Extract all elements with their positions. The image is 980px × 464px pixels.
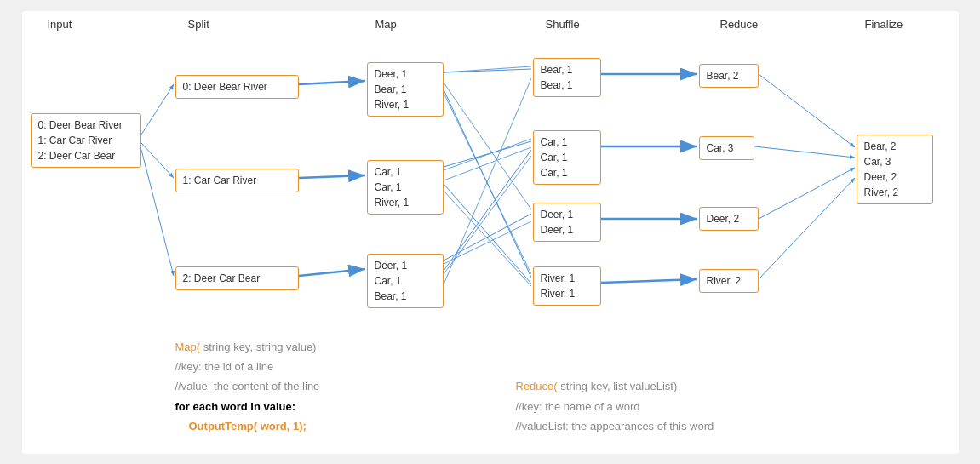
svg-line-15 <box>444 78 531 284</box>
svg-line-16 <box>444 139 531 170</box>
map-box-0: Deer, 1 Bear, 1 River, 1 <box>367 62 444 117</box>
map-box-2: Deer, 1 Car, 1 Bear, 1 <box>367 254 444 308</box>
split-box-2: 2: Deer Car Bear <box>175 266 299 290</box>
map-fn-params: string key, string value) <box>200 341 316 353</box>
map-fn-label: Map( <box>175 341 201 353</box>
svg-line-13 <box>444 150 531 271</box>
reduce-fn-line2: //valueList: the appearances of this wor… <box>516 416 714 436</box>
diagram-container: Input Split Map Shuffle Reduce Finalize … <box>22 11 959 454</box>
shuffle-box-0: Bear, 1 Bear, 1 <box>533 58 601 97</box>
map-fn-line3: for each word in value: <box>175 397 320 416</box>
svg-line-19 <box>444 83 531 209</box>
svg-line-29 <box>759 168 855 219</box>
svg-line-21 <box>444 93 531 274</box>
svg-line-18 <box>444 156 531 274</box>
reduce-fn-label: Reduce( <box>516 380 558 392</box>
arrows-svg <box>22 11 959 454</box>
svg-line-5 <box>299 81 365 84</box>
svg-line-17 <box>444 147 531 180</box>
label-split: Split <box>188 18 209 31</box>
svg-line-8 <box>444 69 531 72</box>
reduce-box-2: Deer, 2 <box>699 207 759 231</box>
svg-line-3 <box>141 143 174 178</box>
svg-line-20 <box>444 221 531 264</box>
svg-line-26 <box>601 279 697 283</box>
svg-line-28 <box>754 146 855 158</box>
reduce-function-description: Reduce( string key, list valueList) //ke… <box>516 376 714 436</box>
reduce-box-1: Car, 3 <box>699 136 754 160</box>
finalize-box: Bear, 2 Car, 3 Deer, 2 River, 2 <box>857 135 933 204</box>
label-shuffle: Shuffle <box>546 18 580 31</box>
label-finalize: Finalize <box>865 18 903 31</box>
label-input: Input <box>48 18 72 31</box>
map-fn-line4: OutputTemp( word, 1); <box>189 420 307 432</box>
shuffle-box-3: River, 1 River, 1 <box>533 266 601 306</box>
svg-line-4 <box>141 150 174 276</box>
svg-line-2 <box>141 84 174 135</box>
map-function-description: Map( string key, string value) //key: th… <box>175 337 320 437</box>
svg-line-22 <box>444 191 531 286</box>
input-box: 0: Deer Bear River 1: Car Car River 2: D… <box>31 113 141 168</box>
map-fn-line1: //key: the id of a line <box>175 357 320 376</box>
reduce-fn-line1: //key: the name of a word <box>516 397 714 416</box>
svg-line-6 <box>299 175 365 178</box>
label-map: Map <box>375 18 397 31</box>
reduce-fn-params: string key, list valueList) <box>558 380 678 392</box>
svg-line-7 <box>299 269 365 276</box>
split-box-0: 0: Deer Bear River <box>175 75 299 99</box>
reduce-box-0: Bear, 2 <box>699 64 759 88</box>
map-fn-line2: //value: the content of the line <box>175 376 320 396</box>
svg-line-12 <box>444 214 531 261</box>
label-reduce: Reduce <box>720 18 759 31</box>
map-box-1: Car, 1 Car, 1 River, 1 <box>367 160 444 215</box>
svg-line-14 <box>444 66 531 72</box>
svg-line-27 <box>759 74 855 147</box>
split-box-1: 1: Car Car River <box>175 169 299 192</box>
svg-line-11 <box>444 184 531 284</box>
svg-line-9 <box>444 89 531 278</box>
svg-line-10 <box>444 141 531 167</box>
shuffle-box-2: Deer, 1 Deer, 1 <box>533 203 601 242</box>
svg-line-30 <box>759 178 855 279</box>
shuffle-box-1: Car, 1 Car, 1 Car, 1 <box>533 130 601 185</box>
reduce-box-3: River, 2 <box>699 269 759 293</box>
